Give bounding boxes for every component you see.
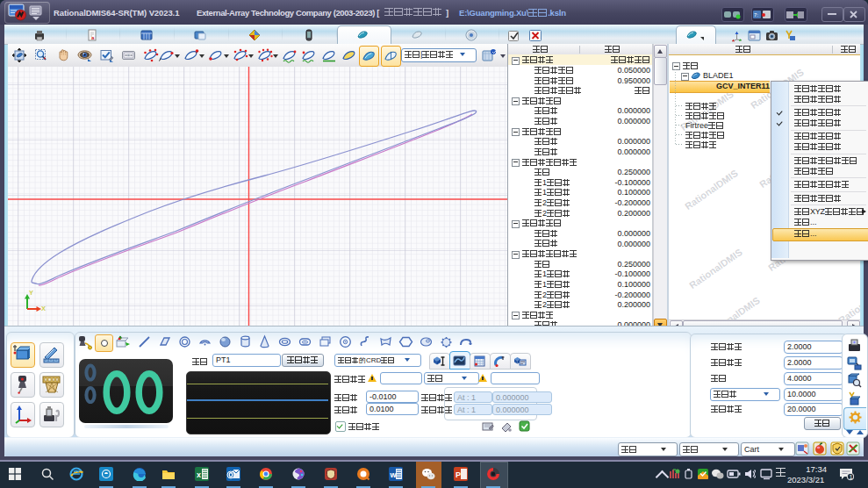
- svg-text:X: X: [41, 305, 46, 312]
- svg-text:x: x: [197, 470, 201, 479]
- svg-text:1: 1: [850, 474, 853, 480]
- svg-text:7:: 7:: [754, 12, 758, 18]
- svg-text:w: w: [390, 470, 398, 479]
- svg-text:P: P: [456, 470, 461, 479]
- svg-text:Y: Y: [29, 289, 33, 297]
